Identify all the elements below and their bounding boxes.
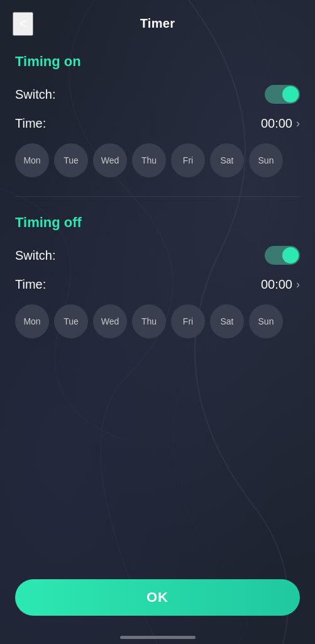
timing-off-day-fri[interactable]: Fri	[171, 304, 205, 338]
timing-on-time-value[interactable]: 00:00 ›	[261, 116, 300, 131]
timing-on-days-row: Mon Tue Wed Thu Fri Sat Sun	[15, 143, 300, 177]
spacer	[0, 470, 315, 570]
home-indicator	[0, 628, 315, 644]
timing-off-time-display: 00:00	[261, 277, 292, 292]
timing-on-time-display: 00:00	[261, 116, 292, 131]
timing-on-time-label: Time:	[15, 116, 46, 131]
ok-button[interactable]: OK	[15, 579, 300, 616]
timing-off-time-row[interactable]: Time: 00:00 ›	[15, 277, 300, 292]
timing-on-toggle[interactable]	[265, 85, 300, 104]
timing-off-day-mon[interactable]: Mon	[15, 304, 49, 338]
timing-on-day-tue[interactable]: Tue	[54, 143, 88, 177]
timing-off-title: Timing off	[15, 214, 300, 231]
ok-section: OK	[0, 569, 315, 628]
timing-on-day-wed[interactable]: Wed	[93, 143, 127, 177]
timing-off-time-value[interactable]: 00:00 ›	[261, 277, 300, 292]
timing-off-day-sun[interactable]: Sun	[249, 304, 283, 338]
timing-off-section: Timing off Switch: Time: 00:00 › Mon Tue…	[15, 214, 300, 338]
home-bar	[120, 636, 196, 639]
header: < Timer	[0, 6, 315, 41]
timing-on-day-thu[interactable]: Thu	[132, 143, 166, 177]
timing-on-switch-label: Switch:	[15, 87, 55, 102]
timing-off-day-tue[interactable]: Tue	[54, 304, 88, 338]
timing-on-title: Timing on	[15, 53, 300, 70]
timing-off-day-sat[interactable]: Sat	[210, 304, 244, 338]
timing-off-chevron-icon: ›	[296, 278, 300, 291]
timing-on-time-row[interactable]: Time: 00:00 ›	[15, 116, 300, 131]
timing-off-time-label: Time:	[15, 277, 46, 292]
timing-off-toggle[interactable]	[265, 246, 300, 265]
page-title: Timer	[140, 16, 175, 31]
back-button[interactable]: <	[13, 12, 33, 36]
timing-on-section: Timing on Switch: Time: 00:00 › Mon Tue …	[15, 53, 300, 177]
timing-on-day-sat[interactable]: Sat	[210, 143, 244, 177]
timing-off-days-row: Mon Tue Wed Thu Fri Sat Sun	[15, 304, 300, 338]
content: Timing on Switch: Time: 00:00 › Mon Tue …	[0, 41, 315, 470]
timing-off-day-thu[interactable]: Thu	[132, 304, 166, 338]
timing-on-chevron-icon: ›	[296, 117, 300, 130]
timing-on-day-mon[interactable]: Mon	[15, 143, 49, 177]
timing-off-day-wed[interactable]: Wed	[93, 304, 127, 338]
timing-on-switch-row: Switch:	[15, 85, 300, 104]
timing-on-day-fri[interactable]: Fri	[171, 143, 205, 177]
timing-on-day-sun[interactable]: Sun	[249, 143, 283, 177]
timing-off-switch-row: Switch:	[15, 246, 300, 265]
timing-off-switch-label: Switch:	[15, 248, 55, 263]
section-divider	[15, 196, 300, 197]
